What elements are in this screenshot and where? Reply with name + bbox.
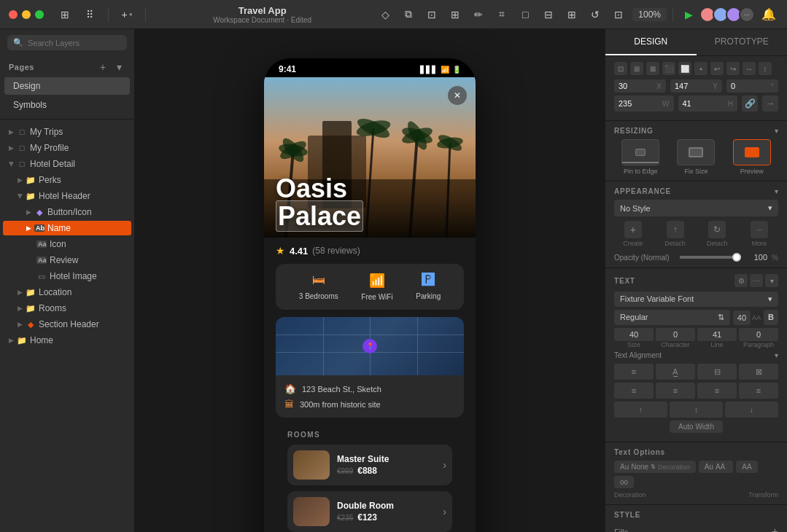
font-size-value[interactable]: 40: [733, 310, 751, 325]
mirror-tool[interactable]: ⊡: [609, 5, 628, 24]
font-family-dropdown[interactable]: Fixture Variable Font ▾: [614, 292, 778, 307]
y-field[interactable]: 147 Y: [670, 79, 722, 93]
select-tool[interactable]: ◇: [376, 5, 395, 24]
text-settings-btn[interactable]: ⚙: [734, 274, 748, 287]
pen-tool[interactable]: ⌗: [492, 5, 511, 24]
text-alignment-toggle[interactable]: ▾: [775, 351, 778, 359]
maximize-button[interactable]: [35, 10, 44, 19]
vector-tool[interactable]: ✏: [469, 5, 488, 24]
layer-rooms[interactable]: ▶ 📁 Rooms: [3, 301, 131, 316]
transform-aa-option[interactable]: Au AA: [699, 461, 734, 473]
layer-button-icon[interactable]: ▶ ◆ Button/Icon: [3, 205, 131, 219]
layer-hotel-detail[interactable]: ▶ □ Hotel Detail: [3, 157, 131, 171]
align-bottom-btn[interactable]: ▪: [694, 62, 707, 75]
tab-design[interactable]: DESIGN: [605, 29, 697, 55]
layer-name[interactable]: ▶ Ab Name: [3, 221, 131, 235]
h-field[interactable]: 41 H: [678, 95, 738, 112]
zoom-level[interactable]: 100%: [632, 8, 667, 21]
add-page-button[interactable]: +: [96, 60, 109, 74]
decoration-option[interactable]: Au None ⇅ Decoration: [614, 461, 696, 473]
canvas-area[interactable]: 9:41 ▋▋▋ 📶 🔋: [135, 29, 605, 532]
align-right-btn[interactable]: ⊠: [646, 62, 659, 75]
room-master-suite[interactable]: Master Suite €999 €888 ›: [287, 445, 452, 485]
align-top-btn[interactable]: ⬛: [662, 62, 675, 75]
char-spacing-value[interactable]: 0: [656, 328, 695, 341]
text-align-center-btn[interactable]: ⊟: [697, 364, 737, 380]
opacity-slider[interactable]: [680, 256, 741, 259]
more-style-btn[interactable]: ··· More: [740, 221, 778, 247]
line-height-value[interactable]: 41: [697, 328, 737, 341]
text-expand-btn[interactable]: ▾: [765, 274, 778, 287]
text-valign-middle-btn[interactable]: ≡: [656, 383, 695, 399]
text-valign-justify-btn[interactable]: ≡: [697, 383, 737, 399]
transform-aa2-option[interactable]: AA: [736, 461, 757, 473]
rotate-tool[interactable]: ↺: [586, 5, 605, 24]
notifications-button[interactable]: 🔔: [759, 5, 778, 24]
align-middle-btn[interactable]: ⬜: [678, 62, 691, 75]
rotate-right-btn[interactable]: ↪: [726, 62, 740, 75]
layer-review[interactable]: Aa Review: [3, 253, 131, 267]
pin-to-edge-option[interactable]: Pin to Edge: [614, 139, 667, 175]
transform-oo-option[interactable]: oo: [614, 476, 634, 488]
detach-style-btn[interactable]: ↑ Detach: [656, 221, 694, 247]
rotate-left-btn[interactable]: ↩: [710, 62, 724, 75]
paragraph-value[interactable]: 0: [739, 328, 778, 341]
add-fill-button[interactable]: +: [772, 525, 778, 532]
fix-size-option[interactable]: Fix Size: [670, 139, 722, 175]
room-double[interactable]: Double Room €235 €123 ›: [287, 491, 452, 532]
close-button[interactable]: ✕: [448, 86, 467, 105]
layer-icon[interactable]: Aa Icon: [3, 237, 131, 251]
align-center-btn[interactable]: ⊞: [630, 62, 643, 75]
text-valign-top-btn[interactable]: ≡: [614, 383, 654, 399]
preview-option[interactable]: Preview: [726, 139, 778, 175]
layer-my-profile[interactable]: ▶ □ My Profile: [3, 141, 131, 155]
lock-proportions-btn[interactable]: 🔗: [742, 95, 758, 112]
font-size-metric-value[interactable]: 40: [614, 328, 654, 341]
font-bold-btn[interactable]: B: [764, 310, 778, 325]
search-input[interactable]: [28, 39, 121, 47]
text-align-baseline-btn[interactable]: A̲: [656, 364, 695, 380]
layer-home[interactable]: ▶ 📁 Home: [3, 333, 131, 348]
text-align-left-btn[interactable]: ≡: [614, 364, 654, 380]
r-field[interactable]: 0 °: [726, 79, 778, 93]
layer-perks[interactable]: ▶ 📁 Perks: [3, 173, 131, 187]
create-style-btn[interactable]: + Create: [614, 221, 652, 247]
x-field[interactable]: 30 X: [614, 79, 666, 93]
sync-style-btn[interactable]: ↻ Detach: [699, 221, 737, 247]
layers-icon[interactable]: ⠿: [80, 5, 99, 24]
duplicate-tool[interactable]: ⊞: [446, 5, 465, 24]
page-design[interactable]: Design: [4, 77, 130, 95]
copy-tool[interactable]: ⧉: [399, 5, 418, 24]
add-artboard-button[interactable]: + ▾: [117, 5, 136, 24]
auto-width-button[interactable]: Auto Width: [670, 420, 723, 433]
text-more-btn[interactable]: ⋯: [750, 274, 763, 287]
text-bottom-btn[interactable]: ↓: [725, 402, 778, 418]
appearance-toggle[interactable]: ▾: [775, 187, 778, 195]
distribute-tool[interactable]: ⊞: [562, 5, 581, 24]
align-left-btn[interactable]: ⊡: [614, 62, 627, 75]
layer-section-header[interactable]: ▶ ◆ Section Header: [3, 317, 131, 332]
style-dropdown[interactable]: No Style ▾: [614, 200, 778, 216]
flip-v-btn[interactable]: ↕: [759, 62, 772, 75]
w-field[interactable]: 235 W: [614, 95, 674, 112]
text-top-btn[interactable]: ↑: [614, 402, 667, 418]
font-style-dropdown[interactable]: Regular ⇅: [614, 310, 730, 325]
text-valign-bottom-btn[interactable]: ≡: [739, 383, 778, 399]
tab-prototype[interactable]: PROTOTYPE: [697, 29, 788, 55]
more-options-btn[interactable]: →: [762, 95, 778, 112]
layer-hotel-image[interactable]: ▭ Hotel Image: [3, 269, 131, 283]
minimize-button[interactable]: [22, 10, 31, 19]
flip-h-btn[interactable]: ↔: [743, 62, 756, 75]
page-symbols[interactable]: Symbols: [4, 96, 130, 114]
search-wrap[interactable]: 🔍: [7, 35, 127, 50]
pages-icon[interactable]: ⊞: [55, 5, 74, 24]
play-button[interactable]: ▶: [679, 5, 698, 24]
layer-hotel-header[interactable]: ▶ 📁 Hotel Header: [3, 189, 131, 203]
text-align-right-btn[interactable]: ⊠: [739, 364, 778, 380]
pages-menu-button[interactable]: ▾: [112, 60, 125, 74]
layer-location[interactable]: ▶ 📁 Location: [3, 285, 131, 300]
close-button[interactable]: [9, 10, 18, 19]
text-middle-btn[interactable]: ↕: [670, 402, 723, 418]
shape-tool[interactable]: □: [516, 5, 535, 24]
paste-tool[interactable]: ⊡: [422, 5, 441, 24]
